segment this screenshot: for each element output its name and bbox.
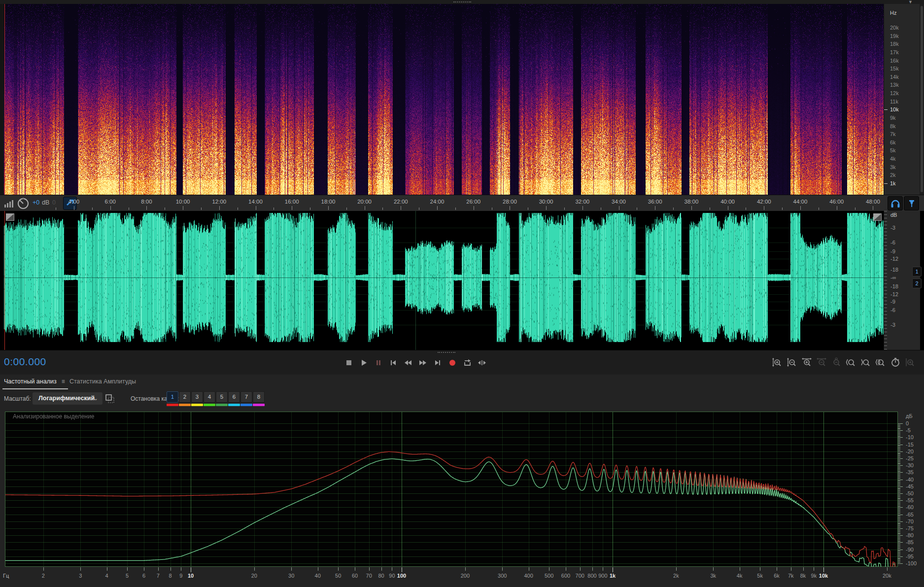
chevron-down-icon: ⌄ [94, 392, 98, 405]
plot-y-axis-tick [898, 478, 900, 479]
level-meter-icon[interactable] [4, 199, 14, 208]
timeline-tick [328, 206, 329, 210]
plot-y-axis-tick [898, 489, 900, 489]
plot-y-axis-tick [898, 465, 903, 466]
hold-frame-button-7[interactable]: 7 [240, 391, 252, 406]
hold-frame-button-2[interactable]: 2 [179, 391, 191, 406]
plot-y-axis-tick [898, 553, 900, 554]
frequency-analysis-panel: Частотный анализ≡ Статистика Амплитуды М… [0, 375, 924, 587]
zoom-in-vertical-button[interactable] [772, 357, 783, 368]
plot-y-axis-tick [898, 525, 900, 526]
plot-x-axis-tick [613, 567, 613, 572]
fast-forward-button[interactable] [417, 357, 428, 368]
hold-frame-button-3[interactable]: 3 [191, 391, 203, 406]
loop-playback-button[interactable] [461, 357, 473, 368]
skip-to-end-button[interactable] [432, 357, 443, 368]
hold-frame-button-1[interactable]: 1 [167, 391, 178, 406]
zoom-to-in-point-button[interactable] [846, 357, 856, 368]
pause-button[interactable] [373, 357, 384, 368]
plot-y-axis-tick [898, 463, 900, 463]
timeline-tick [74, 206, 74, 210]
timeline-tick [201, 207, 202, 210]
spectral-display-panel: Hz 20k19k18k17k16k15k14k13k12k11k10k9k8k… [0, 4, 924, 195]
timeline-ruler[interactable]: +0 dB 0 4:006:008:0010:0012:0014:0016:00… [0, 195, 924, 212]
play-button[interactable] [358, 357, 369, 368]
zoom-in-horizontal-button[interactable] [801, 357, 812, 368]
plot-y-axis-tick [898, 495, 900, 495]
hold-frame-button-6[interactable]: 6 [228, 391, 240, 406]
plot-y-axis-tick [898, 551, 900, 551]
timeline-time-label: 30:00 [539, 199, 553, 205]
frequency-axis-label: 7k [890, 131, 896, 137]
time-marker-line [415, 211, 416, 350]
corner-grabber-icon[interactable] [6, 213, 14, 221]
timeline-time-label: 22:00 [394, 199, 408, 205]
waveform-canvas[interactable] [4, 211, 884, 350]
plot-x-axis-tick [338, 567, 339, 571]
plot-y-axis-tick [898, 563, 903, 564]
panel-top-grip[interactable]: ▼ [0, 0, 924, 4]
scale-label: Масштаб: [4, 395, 31, 402]
hold-frame-color-bar [167, 404, 178, 406]
zoom-out-vertical-button[interactable] [787, 357, 797, 368]
corner-grabber-icon[interactable] [873, 213, 882, 221]
tab-frequency-analysis[interactable]: Частотный анализ≡ [4, 378, 65, 385]
drag-handle-icon[interactable] [438, 352, 455, 353]
panel-menu-icon[interactable]: ≡ [62, 378, 65, 385]
scale-dropdown[interactable]: Логарифмический ⌄ [33, 392, 103, 405]
hold-frame-button-5[interactable]: 5 [216, 391, 228, 406]
skip-selection-button[interactable] [476, 357, 487, 368]
skip-to-start-button[interactable] [387, 357, 399, 368]
channel-2-badge[interactable]: 2 [912, 278, 922, 288]
plot-y-axis-tick [898, 506, 900, 507]
plot-x-axis-label: 30 [288, 573, 294, 579]
tab-amplitude-statistics[interactable]: Статистика Амплитуды [69, 378, 136, 385]
zoom-out-horizontal-button[interactable] [816, 357, 827, 368]
plot-x-axis-label: 1k [610, 573, 616, 579]
vertical-scrollbar[interactable] [920, 4, 924, 195]
record-button[interactable] [446, 357, 458, 368]
zoom-vertical-alt-button[interactable] [905, 357, 916, 368]
stopwatch-button[interactable] [890, 357, 901, 368]
zoom-to-out-point-button[interactable] [860, 357, 871, 368]
plot-x-axis-tick [127, 567, 128, 571]
copy-graph-button[interactable] [104, 393, 115, 404]
drag-handle-icon[interactable] [453, 1, 471, 2]
gain-value[interactable]: +0 [33, 199, 39, 206]
playhead-line[interactable] [4, 4, 5, 195]
plot-y-axis-tick [898, 520, 900, 520]
channel-1-badge[interactable]: 1 [912, 267, 922, 276]
plot-y-axis-label: -30 [906, 462, 914, 468]
plot-y-axis-tick [898, 433, 900, 434]
amplitude-axis-title: dB [890, 212, 897, 218]
frequency-plot[interactable] [5, 412, 898, 567]
zoom-reset-button[interactable] [831, 357, 842, 368]
plot-y-axis-tick [898, 492, 900, 492]
plot-y-axis-tick [898, 460, 900, 460]
timeline-time-label: 10:00 [176, 199, 190, 205]
timeline-tick [673, 207, 674, 210]
plot-y-axis-tick [898, 470, 900, 470]
timeline-time-label: 8:00 [141, 199, 152, 205]
zoom-to-selection-button[interactable] [875, 357, 886, 368]
hold-frame-button-8[interactable]: 8 [253, 391, 265, 406]
gain-knob-icon[interactable] [17, 197, 30, 210]
playhead-line[interactable] [4, 211, 5, 350]
timeline-time-label: 36:00 [648, 199, 662, 205]
spectrogram-canvas[interactable] [4, 4, 884, 195]
rewind-button[interactable] [402, 357, 413, 368]
stop-button[interactable] [343, 357, 354, 368]
amplitude-axis-label: -12 [890, 256, 898, 262]
playback-time-display[interactable]: 0:00.000 [4, 356, 46, 368]
timeline-tick [292, 206, 292, 210]
plot-x-axis-tick [191, 567, 191, 572]
spectral-pitch-toggle-button[interactable] [888, 196, 903, 210]
plot-y-axis-title: дБ [906, 413, 913, 419]
spectral-display-toggle-button[interactable] [904, 196, 919, 210]
timeline-tick [165, 207, 165, 210]
amplitude-axis-label: -12 [890, 291, 898, 297]
frequency-plot-canvas[interactable] [5, 412, 898, 567]
hold-frame-button-4[interactable]: 4 [204, 391, 215, 406]
plot-y-axis-tick [898, 443, 900, 444]
plot-x-axis-tick [676, 567, 677, 571]
